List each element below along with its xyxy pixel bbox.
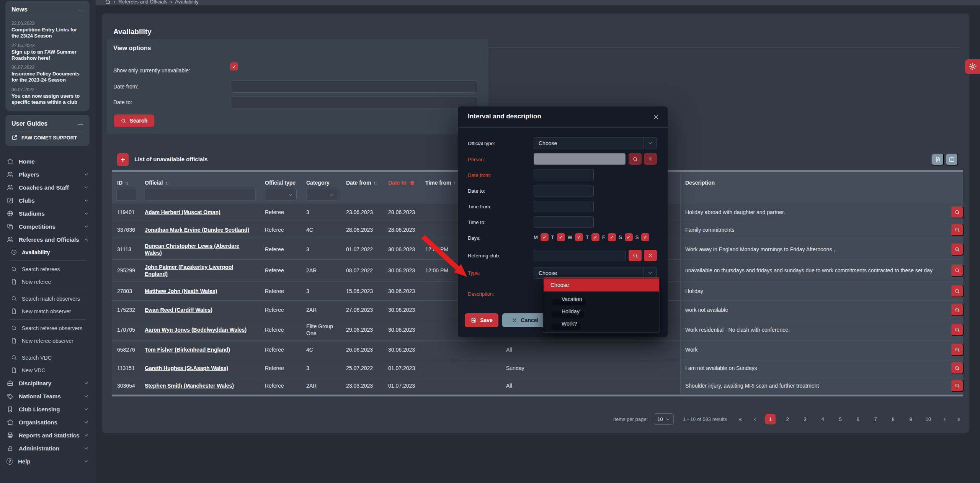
date-to-input[interactable] bbox=[230, 96, 477, 108]
modal-time-to-input[interactable] bbox=[534, 216, 594, 228]
row-view-button[interactable] bbox=[951, 362, 964, 375]
news-item[interactable]: 06.07.2022 Insurance Policy Documents fo… bbox=[11, 65, 83, 84]
page-button[interactable]: 7 bbox=[870, 416, 881, 422]
filter-category-select[interactable] bbox=[306, 189, 338, 201]
sidebar-item-disciplinary[interactable]: Disciplinary bbox=[0, 377, 96, 390]
page-button[interactable]: 6 bbox=[852, 416, 864, 422]
page-button[interactable]: 9 bbox=[905, 416, 916, 422]
page-button[interactable]: 2 bbox=[782, 416, 793, 422]
column-header-date-from[interactable]: Date from↑↓ bbox=[346, 180, 376, 186]
breadcrumb-section[interactable]: Referees and Officials bbox=[118, 0, 167, 5]
cell-official-link[interactable]: Duncan Christopher Lewis (Aberdare Wales… bbox=[145, 242, 240, 256]
sidebar-item-home[interactable]: Home bbox=[0, 155, 96, 168]
person-search-button[interactable] bbox=[629, 153, 642, 165]
faw-comet-support-link[interactable]: FAW COMET SUPPORT bbox=[11, 134, 83, 141]
sidebar-item-coaches-and-staff[interactable]: Coaches and Staff bbox=[0, 181, 96, 194]
show-only-checkbox[interactable]: ✓ bbox=[230, 62, 238, 70]
sidebar-item-players[interactable]: Players bbox=[0, 168, 96, 181]
sidebar-item-search-match-observers[interactable]: Search match observers bbox=[0, 292, 96, 305]
day-checkbox[interactable]: ✓ bbox=[575, 233, 583, 241]
day-checkbox[interactable]: ✓ bbox=[591, 233, 599, 241]
page-size-select[interactable]: 10 bbox=[654, 413, 674, 425]
cell-official-link[interactable]: Stephen Smith (Manchester Wales) bbox=[145, 383, 234, 389]
column-settings-button[interactable] bbox=[946, 154, 958, 165]
cancel-button[interactable]: Cancel bbox=[502, 313, 547, 327]
cell-official-link[interactable]: Matthew John (Neath Wales) bbox=[145, 288, 217, 294]
sidebar-item-organisations[interactable]: Organisations bbox=[0, 416, 96, 429]
search-button[interactable]: Search bbox=[114, 115, 154, 127]
referring-club-clear-button[interactable] bbox=[644, 250, 657, 261]
sidebar-item-referees-and-officials[interactable]: Referees and Officials bbox=[0, 233, 96, 246]
last-page-button[interactable]: » bbox=[955, 416, 963, 422]
add-interval-button[interactable]: + bbox=[117, 153, 129, 166]
page-button[interactable]: 1 bbox=[765, 414, 776, 424]
previous-page-button[interactable]: ‹ bbox=[751, 416, 759, 422]
column-header-category[interactable]: Category bbox=[306, 180, 330, 186]
cell-official-link[interactable]: Tom Fisher (Birkenhead England) bbox=[145, 347, 230, 353]
sidebar-item-search-referees[interactable]: Search referees bbox=[0, 263, 96, 275]
cell-official-link[interactable]: Gareth Hughes (St.Asaph Wales) bbox=[145, 365, 228, 371]
row-view-button[interactable] bbox=[951, 224, 964, 236]
page-button[interactable]: 3 bbox=[799, 416, 811, 422]
row-view-button[interactable] bbox=[951, 264, 964, 277]
day-checkbox[interactable]: ✓ bbox=[625, 233, 633, 241]
cell-official-link[interactable]: Jonathan Mark Ervine (Dundee Scotland) bbox=[145, 227, 249, 233]
news-item[interactable]: 22.06.2023 Competition Entry Links for t… bbox=[11, 21, 83, 39]
sidebar-item-help[interactable]: ? Help bbox=[0, 455, 96, 468]
sidebar-item-administration[interactable]: Administration bbox=[0, 442, 96, 455]
sort-active-icon[interactable]: ↑≣ bbox=[408, 180, 413, 186]
column-header-time-from[interactable]: Time from↑ bbox=[425, 180, 455, 186]
sort-icon[interactable]: ↑ bbox=[453, 180, 455, 186]
row-view-button[interactable] bbox=[951, 243, 964, 255]
cell-official-link[interactable]: Adam Herbert (Muscat Oman) bbox=[145, 209, 220, 215]
sort-icon[interactable]: ↑↓ bbox=[125, 180, 128, 186]
next-page-button[interactable]: › bbox=[940, 416, 949, 422]
person-input[interactable] bbox=[534, 153, 626, 165]
official-type-select[interactable]: Choose bbox=[534, 137, 657, 149]
sidebar-item-availability[interactable]: Availability bbox=[0, 246, 96, 259]
dropdown-option-work[interactable]: Work? bbox=[562, 321, 577, 327]
row-view-button[interactable] bbox=[951, 303, 964, 316]
sidebar-item-search-referee-observers[interactable]: Search referee observers bbox=[0, 322, 96, 334]
home-icon[interactable] bbox=[105, 0, 111, 5]
page-button[interactable]: 10 bbox=[923, 416, 934, 422]
column-header-official-type[interactable]: Official type bbox=[265, 180, 296, 186]
page-button[interactable]: 5 bbox=[835, 416, 846, 422]
modal-date-from-input[interactable] bbox=[534, 169, 594, 180]
sidebar-item-clubs[interactable]: Clubs bbox=[0, 194, 96, 207]
sidebar-item-new-vdc[interactable]: New VDC bbox=[0, 364, 96, 377]
sort-icon[interactable]: ↑↓ bbox=[373, 180, 376, 186]
close-icon[interactable] bbox=[653, 113, 659, 120]
collapse-icon[interactable]: — bbox=[78, 122, 83, 126]
filter-official-type-select[interactable] bbox=[265, 189, 297, 201]
referring-club-search-button[interactable] bbox=[629, 250, 642, 261]
row-view-button[interactable] bbox=[951, 380, 964, 392]
sidebar-item-national-teams[interactable]: National Teams bbox=[0, 390, 96, 403]
sidebar-item-new-referee-observer[interactable]: New referee observer bbox=[0, 334, 96, 347]
cell-official-link[interactable]: John Palmer (Fazakerley Liverpool Englan… bbox=[145, 264, 240, 277]
day-checkbox[interactable]: ✓ bbox=[557, 233, 565, 241]
person-clear-button[interactable] bbox=[644, 153, 657, 165]
day-checkbox[interactable]: ✓ bbox=[641, 233, 649, 241]
horizontal-scrollbar[interactable] bbox=[112, 395, 963, 396]
sidebar-item-club-licensing[interactable]: Club Licensing bbox=[0, 403, 96, 416]
cell-official-link[interactable]: Ewan Reed (Cardiff Wales) bbox=[145, 307, 212, 313]
news-item[interactable]: 06.07.2022 You can now assign users to s… bbox=[11, 87, 83, 106]
cell-official-link[interactable]: Aaron Wyn Jones (Bodelwyddan Wales) bbox=[145, 327, 247, 333]
row-view-button[interactable] bbox=[951, 206, 964, 219]
news-item[interactable]: 22.05.2023 Sign up to an FAW Summer Road… bbox=[11, 43, 83, 62]
column-header-date-to[interactable]: Date to↑≣ bbox=[388, 180, 413, 186]
filter-id-input[interactable] bbox=[116, 189, 136, 201]
day-checkbox[interactable]: ✓ bbox=[608, 233, 616, 241]
modal-time-from-input[interactable] bbox=[534, 201, 594, 212]
page-button[interactable]: 8 bbox=[887, 416, 899, 422]
modal-date-to-input[interactable] bbox=[534, 185, 594, 196]
sort-icon[interactable]: ↑↓ bbox=[165, 180, 168, 186]
first-page-button[interactable]: « bbox=[736, 416, 745, 422]
sidebar-item-competitions[interactable]: Competitions bbox=[0, 220, 96, 233]
export-excel-button[interactable] bbox=[931, 154, 944, 165]
sidebar-item-reports-and-statistics[interactable]: Reports and Statistics bbox=[0, 429, 96, 442]
sidebar-item-search-vdc[interactable]: Search VDC bbox=[0, 351, 96, 364]
collapse-icon[interactable]: — bbox=[78, 8, 83, 11]
dropdown-option-vacation[interactable]: Vacation bbox=[562, 296, 582, 302]
